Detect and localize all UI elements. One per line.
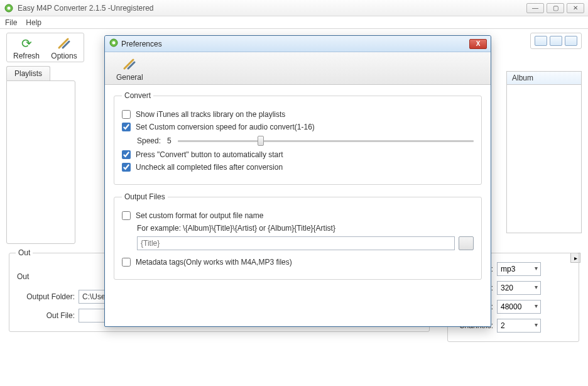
outfile-label: Out File: bbox=[17, 311, 75, 320]
minimize-button[interactable]: — bbox=[526, 3, 544, 13]
maximize-button[interactable]: ▢ bbox=[547, 3, 564, 13]
uncheck-done-row[interactable]: Uncheck all completed files after conver… bbox=[122, 163, 474, 172]
custom-format-row[interactable]: Set custom format for output file name bbox=[122, 211, 474, 220]
samplerate-combo[interactable]: 48000 bbox=[497, 300, 541, 314]
menu-file[interactable]: File bbox=[5, 18, 17, 27]
auto-start-row[interactable]: Press "Convert" button to automatically … bbox=[122, 150, 474, 159]
output-legend: Out bbox=[16, 248, 33, 257]
metadata-row[interactable]: Metadata tags(Only works with M4A,MP3 fi… bbox=[122, 258, 474, 267]
dialog-title: Preferences bbox=[121, 40, 162, 48]
bitrate-combo[interactable]: 320 bbox=[497, 281, 541, 295]
channels-combo[interactable]: 2 bbox=[497, 319, 541, 333]
main-titlebar: Easy M4P Converter 2.1.5 -Unregistered —… bbox=[0, 0, 588, 16]
view-buttons bbox=[530, 33, 582, 49]
options-button[interactable]: Options bbox=[51, 36, 77, 60]
general-icon bbox=[122, 57, 137, 72]
track-list[interactable] bbox=[506, 85, 582, 233]
codec-combo[interactable]: mp3 bbox=[497, 262, 541, 276]
dialog-app-icon bbox=[109, 38, 119, 50]
show-itunes-checkbox[interactable] bbox=[122, 110, 131, 119]
output-folder-label: Output Folder: bbox=[17, 292, 75, 301]
view-button-1[interactable] bbox=[535, 36, 547, 46]
custom-speed-checkbox[interactable] bbox=[122, 123, 131, 131]
format-picker-button[interactable] bbox=[459, 236, 474, 250]
uncheck-done-checkbox[interactable] bbox=[122, 163, 131, 172]
toolbar: ⟳ Refresh Options bbox=[6, 33, 84, 62]
playlists-panel: Playlists bbox=[6, 66, 75, 244]
tab-general[interactable]: General bbox=[110, 54, 150, 84]
menu-help[interactable]: Help bbox=[26, 18, 41, 27]
app-icon bbox=[4, 3, 14, 13]
format-example: For example: \{Album}\{Title}\{Artist} o… bbox=[137, 224, 474, 233]
group-convert: Convert Show iTunes all tracks library o… bbox=[114, 91, 482, 185]
metadata-checkbox[interactable] bbox=[122, 258, 131, 267]
dialog-tabstrip: General bbox=[105, 52, 491, 85]
convert-legend: Convert bbox=[122, 91, 153, 100]
dialog-close-button[interactable]: X bbox=[469, 39, 487, 49]
format-input[interactable] bbox=[137, 236, 455, 250]
view-button-2[interactable] bbox=[550, 36, 562, 46]
options-icon bbox=[55, 36, 73, 51]
close-button[interactable]: ✕ bbox=[567, 3, 584, 13]
custom-speed-row[interactable]: Set Custom conversion speed for audio co… bbox=[122, 123, 474, 131]
preferences-dialog: Preferences X General Convert Show iTune… bbox=[104, 35, 491, 327]
refresh-button[interactable]: ⟳ Refresh bbox=[13, 36, 40, 60]
menubar: File Help bbox=[0, 16, 588, 29]
speed-slider[interactable] bbox=[178, 135, 474, 146]
output-files-legend: Output Files bbox=[122, 192, 168, 201]
svg-point-5 bbox=[112, 41, 116, 45]
auto-start-checkbox[interactable] bbox=[122, 150, 131, 159]
playlists-tab[interactable]: Playlists bbox=[6, 66, 50, 80]
output-sublabel: Out bbox=[17, 272, 29, 281]
column-header-album[interactable]: Album bbox=[506, 71, 582, 85]
view-button-3[interactable] bbox=[565, 36, 577, 46]
group-output-files: Output Files Set custom format for outpu… bbox=[114, 192, 482, 280]
svg-point-1 bbox=[8, 6, 11, 9]
custom-format-checkbox[interactable] bbox=[122, 211, 131, 220]
speed-value: 5 bbox=[167, 136, 172, 145]
playlists-list[interactable] bbox=[6, 80, 75, 244]
window-title: Easy M4P Converter 2.1.5 -Unregistered bbox=[18, 4, 154, 13]
dialog-titlebar[interactable]: Preferences X bbox=[105, 36, 491, 52]
speed-label: Speed: bbox=[137, 136, 161, 145]
show-itunes-row[interactable]: Show iTunes all tracks library on the pl… bbox=[122, 110, 474, 119]
refresh-icon: ⟳ bbox=[18, 36, 35, 51]
